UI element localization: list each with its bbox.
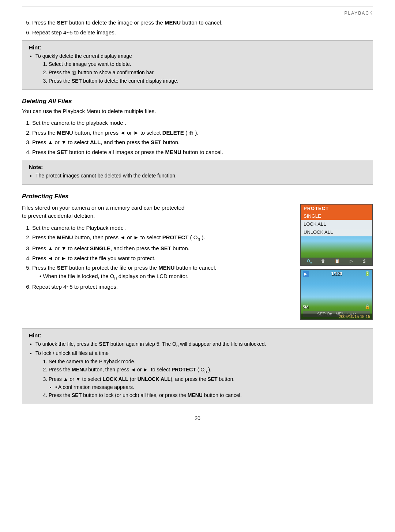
camera-screen-group: PROTECT SINGLE LOCK ALL UNLOCK ALL On 🗑 … <box>300 204 373 320</box>
prot-step-5: Press the SET button to protect the file… <box>32 264 291 281</box>
protecting-desc2: to prevent accidental deletion. <box>22 213 95 219</box>
page-number: 20 <box>22 415 373 421</box>
hint1-sub-step-2: Press the 🗑 button to show a confirmatio… <box>49 68 366 77</box>
protecting-files-title: Protecting Files <box>22 193 373 200</box>
hint1-sub-step-3: Press the SET button to delete the curre… <box>49 77 366 85</box>
hint1-sub-steps: Select the image you want to delete. Pre… <box>49 60 366 85</box>
cam-battery-icon: 🔋 <box>365 271 370 277</box>
cam-counter: 1/120 <box>331 271 342 277</box>
hint2-bullet-1: To unlock the file, press the SET button… <box>35 340 366 349</box>
hint2-sub-1: Set the camera to the Playback mode. <box>49 357 366 366</box>
note1-title: Note: <box>29 164 366 170</box>
intro-steps-list: Press the SET button to delete the image… <box>32 19 373 37</box>
note1-bullet: The protect images cannot be deleted wit… <box>35 172 366 180</box>
camera-screen-bottom: ▶ 1/120 🔋 5M 🔒 SET: On MENU: ••↩ 2005/10… <box>300 269 373 320</box>
protecting-desc1: Files stored on your camera or on a memo… <box>22 205 184 211</box>
page-container: PLAYBACK Press the SET button to delete … <box>0 0 395 532</box>
hint2-sub-2: Press the MENU button, then press ◄ or ►… <box>49 366 366 375</box>
hint1-list: To quickly delete the current display im… <box>35 52 366 85</box>
cam-icon-trash: 🗑 <box>321 259 325 264</box>
cam-right-icon: 🔒 <box>365 304 370 309</box>
hint1-bullet-text: To quickly delete the current display im… <box>35 53 132 59</box>
cam-icon-on: On <box>307 259 312 264</box>
page-header: PLAYBACK <box>22 11 373 16</box>
prot-step5-sub-list: When the file is locked, the On displays… <box>40 272 291 282</box>
deleting-all-files-desc: You can use the Playback Menu to delete … <box>22 107 373 116</box>
del-step-2: Press the MENU button, then press ◄ or ►… <box>32 129 373 137</box>
camera-menu-lockall: LOCK ALL <box>301 220 372 228</box>
hint2-sub-steps: Set the camera to the Playback mode. Pre… <box>49 357 366 400</box>
del-step-1: Set the camera to the playback mode . <box>32 119 373 127</box>
note-box-1: Note: The protect images cannot be delet… <box>22 160 373 184</box>
intro-step-6: Repeat step 4~5 to delete images. <box>32 29 373 37</box>
del-step-4: Press the SET button to delete all image… <box>32 148 373 157</box>
hint2-sub-3: Press ▲ or ▼ to select LOCK ALL (or UNLO… <box>49 375 366 391</box>
hint1-bullet: To quickly delete the current display im… <box>35 52 366 85</box>
hint2-sub3-sub: A confirmation message appears. <box>55 383 366 391</box>
cam-date-bar: 2005/10/15 15:15 <box>301 314 372 319</box>
camera-screen-top: PROTECT SINGLE LOCK ALL UNLOCK ALL On 🗑 … <box>300 204 373 266</box>
prot-step-2: Press the MENU button, then press ◄ or ►… <box>32 233 291 243</box>
cam-resolution: 5M <box>303 305 308 309</box>
deleting-steps-list: Set the camera to the playback mode . Pr… <box>32 119 373 156</box>
hint1-title: Hint: <box>29 44 366 50</box>
hint2-list: To unlock the file, press the SET button… <box>35 340 366 400</box>
hint2-confirm-msg: A confirmation message appears. <box>55 383 366 391</box>
prot-step5-sub: When the file is locked, the On displays… <box>40 272 291 282</box>
cam-icon-copy: 📋 <box>335 259 340 264</box>
del-step-3: Press ▲ or ▼ to select ALL, and then pre… <box>32 138 373 147</box>
cam-hud: ▶ 1/120 🔋 <box>301 271 372 277</box>
hint-box-2: Hint: To unlock the file, press the SET … <box>22 328 373 404</box>
deleting-all-files-title: Deleting All Files <box>22 98 373 105</box>
cam-icon-arrow: ▷ <box>350 259 353 264</box>
intro-step-5: Press the SET button to delete the image… <box>32 19 373 27</box>
camera-menu-unlockall: UNLOCK ALL <box>301 228 372 236</box>
camera-icon-bar: On 🗑 📋 ▷ 🖨 <box>301 258 372 265</box>
prot-step-3: Press ▲ or ▼ to select SINGLE, and then … <box>32 244 291 253</box>
camera-menu-header: PROTECT <box>301 205 372 212</box>
protecting-desc: Files stored on your camera or on a memo… <box>22 204 291 220</box>
hint2-sub-4: Press the SET button to lock (or unlock)… <box>49 391 366 399</box>
prot-step-1: Set the camera to the Playback mode . <box>32 224 291 232</box>
protecting-layout: Files stored on your camera or on a memo… <box>22 204 373 320</box>
hint2-bullet-2: To lock / unlock all files at a time Set… <box>35 349 366 399</box>
protecting-steps-list: Set the camera to the Playback mode . Pr… <box>32 224 291 291</box>
cam-play-icon: ▶ <box>303 271 309 277</box>
top-rule <box>22 7 373 7</box>
prot-step-4: Press ◄ or ► to select the file you want… <box>32 254 291 263</box>
hint2-title: Hint: <box>29 332 366 338</box>
cam-icon-print: 🖨 <box>362 259 366 264</box>
protecting-text: Files stored on your camera or on a memo… <box>22 204 291 295</box>
camera-menu-overlay: PROTECT SINGLE LOCK ALL UNLOCK ALL <box>301 205 372 265</box>
note1-list: The protect images cannot be deleted wit… <box>35 172 366 180</box>
hint-box-1: Hint: To quickly delete the current disp… <box>22 40 373 90</box>
prot-step-6: Repeat step 4~5 to protect images. <box>32 283 291 291</box>
camera-menu-single: SINGLE <box>301 212 372 220</box>
hint1-sub-step-1: Select the image you want to delete. <box>49 60 366 68</box>
header-label: PLAYBACK <box>345 11 373 16</box>
